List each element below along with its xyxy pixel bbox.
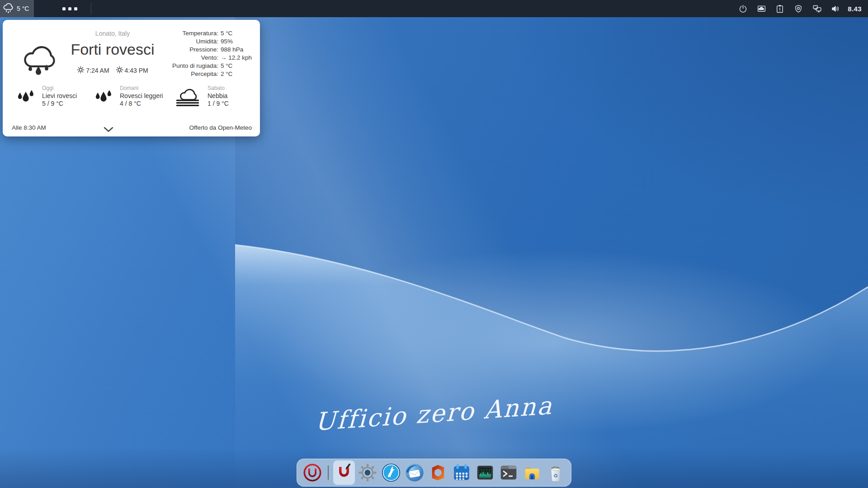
detail-value: 95% — [221, 38, 252, 46]
network-icon[interactable] — [811, 3, 822, 14]
detail-value: → 12.2 kph — [221, 54, 252, 62]
dock-item-terminal[interactable] — [498, 460, 519, 485]
forecast-condition: Nebbia — [208, 92, 229, 100]
dock-item-ufficiozero-logo[interactable] — [302, 460, 323, 485]
dock: ♻ — [297, 459, 571, 487]
sunset-time: 4:43 PM — [125, 67, 148, 74]
dock-item-uz-writer[interactable] — [333, 460, 355, 485]
detail-value: 2 °C — [221, 70, 252, 79]
weather-popup: Lonato, Italy Forti rovesci 7:24 AM — [3, 20, 260, 136]
forecast-day: Domani — [120, 84, 163, 92]
detail-label: Punto di rugiada: — [172, 62, 218, 70]
forecast-row: Oggi Lievi rovesci 5 / 9 °C Domani Roves… — [3, 84, 260, 108]
forecast-day: Sabato — [208, 84, 229, 92]
detail-value: 5 °C — [221, 30, 252, 38]
forecast-day: Oggi — [42, 84, 77, 92]
top-panel: 5 °C — [0, 0, 868, 17]
sunrise-icon — [77, 66, 85, 75]
attribution-link[interactable]: Offerto da Open-Meteo — [189, 124, 252, 131]
detail-value: 5 °C — [221, 62, 252, 70]
forecast-today: Oggi Lievi rovesci 5 / 9 °C — [16, 84, 94, 108]
detail-label: Umidità: — [172, 38, 218, 46]
menu-dot — [74, 7, 77, 10]
shield-icon[interactable] — [793, 3, 804, 14]
detail-label: Percepita: — [172, 70, 218, 79]
weather-location: Lonato, Italy — [95, 30, 130, 37]
app-menu-dots[interactable] — [60, 5, 80, 13]
panel-clock[interactable]: 8.43 — [848, 5, 862, 13]
detail-label: Temperatura: — [172, 30, 218, 38]
svg-text:♻: ♻ — [553, 473, 558, 479]
dock-item-thunderbird-mail[interactable] — [404, 460, 425, 485]
dock-item-calendar[interactable] — [451, 460, 472, 485]
sunrise-time: 7:24 AM — [86, 67, 109, 74]
weather-popup-footer: Alle 8:30 AM Offerto da Open-Meteo — [12, 124, 252, 131]
weather-details: Temperatura: 5 °C Umidità: 95% Pressione… — [172, 24, 252, 79]
desktop: Ufficio zero Anna 5 °C — [0, 0, 868, 488]
dock-separator — [328, 465, 329, 480]
panel-separator — [91, 2, 91, 15]
clipboard-alert-icon[interactable] — [774, 3, 785, 14]
detail-label: Vento: — [172, 54, 218, 62]
rain-cloud-icon — [2, 2, 14, 16]
forecast-condition: Rovesci leggeri — [120, 92, 163, 100]
system-tray — [737, 3, 841, 14]
weather-popup-top: Lonato, Italy Forti rovesci 7:24 AM — [3, 20, 260, 79]
menu-dot — [68, 7, 71, 10]
power-icon[interactable] — [737, 3, 748, 14]
forecast-saturday: Sabato Nebbia 1 / 9 °C — [175, 84, 229, 108]
forecast-temps: 4 / 8 °C — [120, 100, 163, 108]
detail-value: 988 hPa — [221, 46, 252, 54]
sunset-icon — [116, 66, 123, 75]
updated-time-label: Alle 8:30 AM — [12, 124, 46, 131]
sun-times: 7:24 AM 4:43 PM — [77, 66, 148, 75]
dock-item-office[interactable] — [427, 460, 449, 485]
fog-icon — [175, 86, 201, 107]
dock-item-system-monitor[interactable] — [474, 460, 496, 485]
weather-applet-chip[interactable]: 5 °C — [0, 0, 34, 17]
display-wallpaper-icon[interactable] — [756, 3, 767, 14]
dock-item-file-manager[interactable] — [521, 460, 543, 485]
forecast-temps: 1 / 9 °C — [208, 100, 229, 108]
volume-icon[interactable] — [830, 3, 841, 14]
rain-drops-icon — [16, 85, 35, 107]
detail-label: Pressione: — [172, 46, 218, 54]
rain-drops-icon — [94, 85, 113, 107]
chevron-down-icon[interactable] — [103, 127, 114, 132]
weather-summary: Lonato, Italy Forti rovesci 7:24 AM — [64, 24, 161, 79]
menu-dot — [62, 7, 66, 10]
dock-item-trash[interactable]: ♻ — [545, 460, 566, 485]
heavy-rain-icon — [21, 36, 57, 79]
forecast-temps: 5 / 9 °C — [42, 100, 77, 108]
dock-item-settings-gear[interactable] — [357, 460, 378, 485]
weather-condition: Forti rovesci — [71, 41, 154, 58]
forecast-condition: Lievi rovesci — [42, 92, 77, 100]
forecast-tomorrow: Domani Rovesci leggeri 4 / 8 °C — [94, 84, 175, 108]
dock-item-librewolf-browser[interactable] — [380, 460, 402, 485]
panel-temperature: 5 °C — [17, 5, 29, 12]
